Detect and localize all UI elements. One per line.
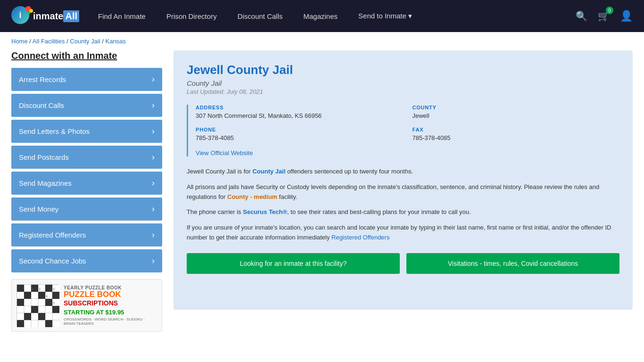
arrow-icon-5: › [152,204,155,214]
svg-rect-16 [52,292,59,299]
desc-para-3: The phone carrier is Securus Tech®, to s… [187,207,619,217]
desc-para-4: If you are unsure of your inmate's locat… [187,223,619,243]
fax-value: 785-378-4085 [413,134,620,141]
sidebar-label-second-chance-jobs: Second Chance Jobs [19,257,86,265]
logo[interactable]: i inmate All [11,6,79,26]
svg-text:4: 4 [46,295,48,298]
ad-price: STARTING AT $19.95 [64,309,157,316]
cart-icon[interactable]: 🛒 0 [598,10,610,22]
sidebar-label-send-money: Send Money [19,205,58,213]
facility-info-grid: ADDRESS 307 North Commercial St, Mankato… [187,105,619,156]
breadcrumb-home[interactable]: Home [11,38,28,45]
svg-rect-19 [31,306,38,313]
breadcrumb-county-jail[interactable]: County Jail [70,38,100,45]
svg-text:3: 3 [53,288,55,291]
link-registered-offenders[interactable]: Registered Offenders [331,234,389,241]
arrow-icon-2: › [152,126,155,136]
nav-discount-calls[interactable]: Discount Calls [238,12,283,20]
svg-text:5: 5 [53,302,55,305]
svg-text:2: 2 [39,288,41,291]
facility-title: Jewell County Jail [187,63,619,77]
arrow-icon-7: › [152,256,155,266]
county-value: Jewell [413,112,620,119]
facility-content: Jewell County Jail County Jail Last Upda… [173,50,633,310]
svg-rect-13 [45,285,52,292]
svg-rect-14 [24,292,31,299]
main-nav: Find An Inmate Prison Directory Discount… [98,12,576,20]
phone-value: 785-378-4085 [196,134,403,141]
visitations-button[interactable]: Visitations - times, rules, Covid cancel… [406,253,619,274]
svg-rect-24 [45,320,52,327]
desc-para-1: Jewell County Jail is for County Jail of… [187,167,619,177]
sidebar-item-discount-calls[interactable]: Discount Calls › [11,94,162,117]
arrow-icon-0: › [152,74,155,84]
svg-rect-23 [17,320,24,327]
website-link[interactable]: View Official Website [196,149,253,156]
ad-banner[interactable]: 1 2 3 4 5 YEARLY PUZZLE BOOK PUZZLE BOOK… [11,279,162,332]
ad-puzzle-image: 1 2 3 4 5 [17,284,59,327]
svg-text:1: 1 [32,288,33,291]
arrow-icon-6: › [152,230,155,240]
sidebar-label-arrest-records: Arrest Records [19,75,66,83]
county-block: COUNTY Jewell [413,105,620,119]
sidebar-item-send-letters[interactable]: Send Letters & Photos › [11,120,162,143]
nav-find-inmate[interactable]: Find An Inmate [98,12,146,20]
phone-label: PHONE [196,127,403,132]
cart-badge: 0 [606,7,613,14]
sidebar-item-send-money[interactable]: Send Money › [11,197,162,221]
arrow-icon-3: › [152,152,155,162]
svg-rect-20 [52,306,59,313]
main-layout: Connect with an Inmate Arrest Records › … [0,50,644,346]
address-label: ADDRESS [196,105,403,110]
header-icons: 🔍 🛒 0 👤 [576,10,633,22]
arrow-icon-1: › [152,100,155,110]
link-county-medium[interactable]: County - medium [227,193,277,200]
svg-rect-18 [45,299,52,306]
facility-last-updated: Last Updated: July 08, 2021 [187,88,619,95]
county-label: COUNTY [413,105,620,110]
phone-block: PHONE 785-378-4085 [196,127,403,141]
site-header: i inmate All Find An Inmate Prison Direc… [0,0,644,32]
fax-block: FAX 785-378-4085 [413,127,620,141]
svg-rect-11 [17,285,24,292]
logo-text: inmate [33,11,63,22]
sidebar-item-registered-offenders[interactable]: Registered Offenders › [11,223,162,247]
sidebar-item-arrest-records[interactable]: Arrest Records › [11,68,162,91]
nav-prison-directory[interactable]: Prison Directory [166,12,217,20]
sidebar-label-discount-calls: Discount Calls [19,101,64,109]
logo-all-text: All [63,10,79,22]
link-county-jail-1[interactable]: County Jail [252,168,285,175]
action-buttons: Looking for an inmate at this facility? … [187,253,619,274]
sidebar-label-registered-offenders: Registered Offenders [19,231,86,239]
ad-subscriptions: SUBSCRIPTIONS [64,299,157,307]
sidebar-label-send-letters: Send Letters & Photos [19,127,90,135]
desc-para-2: All prisons and jails have Security or C… [187,182,619,202]
svg-rect-17 [17,299,24,306]
address-value: 307 North Commercial St, Mankato, KS 669… [196,112,403,119]
nav-send-to-inmate[interactable]: Send to Inmate ▾ [358,12,412,20]
link-securus[interactable]: Securus Tech® [243,208,287,215]
search-icon[interactable]: 🔍 [576,10,587,22]
sidebar: Connect with an Inmate Arrest Records › … [11,50,162,332]
breadcrumb: Home / All Facilities / County Jail / Ka… [0,32,644,50]
breadcrumb-state[interactable]: Kansas [105,38,125,45]
facility-type: County Jail [187,79,619,87]
sidebar-label-send-postcards: Send Postcards [19,153,69,161]
ad-puzzle-headline: PUZZLE BOOK [64,290,157,299]
svg-rect-21 [24,313,31,320]
breadcrumb-all-facilities[interactable]: All Facilities [33,38,65,45]
address-block: ADDRESS 307 North Commercial St, Mankato… [196,105,403,119]
description-section: Jewell County Jail is for County Jail of… [187,167,619,243]
sidebar-title: Connect with an Inmate [11,50,162,61]
sidebar-menu: Arrest Records › Discount Calls › Send L… [11,68,162,272]
ad-text-content: YEARLY PUZZLE BOOK PUZZLE BOOK SUBSCRIPT… [64,285,157,325]
user-icon[interactable]: 👤 [620,10,633,22]
website-block: View Official Website [196,149,619,156]
sidebar-item-send-magazines[interactable]: Send Magazines › [11,172,162,195]
sidebar-item-second-chance-jobs[interactable]: Second Chance Jobs › [11,249,162,272]
arrow-icon-4: › [152,178,155,188]
fax-label: FAX [413,127,620,132]
sidebar-item-send-postcards[interactable]: Send Postcards › [11,146,162,169]
nav-magazines[interactable]: Magazines [304,12,338,20]
looking-for-inmate-button[interactable]: Looking for an inmate at this facility? [187,253,400,274]
